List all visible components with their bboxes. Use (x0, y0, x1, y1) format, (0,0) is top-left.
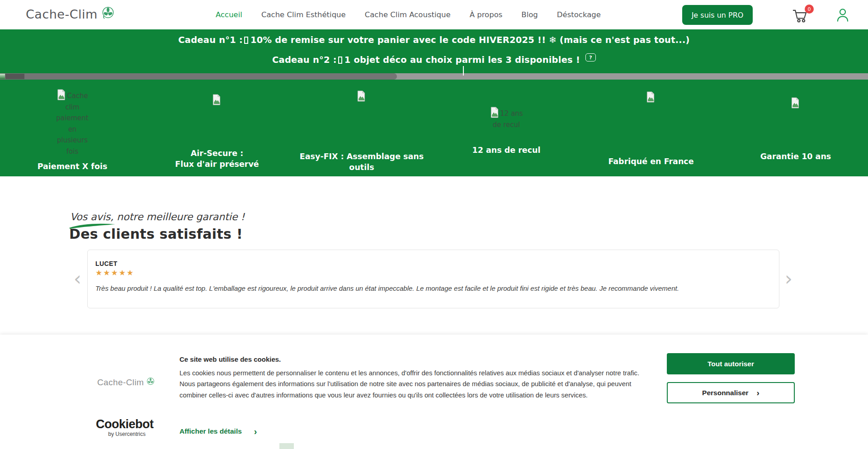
text-cursor (463, 66, 464, 76)
promo-line-1: Cadeau n°1 :10% de remise sur votre pani… (0, 35, 868, 45)
cookiebot-logo: Cookiebot by Usercentrics (96, 418, 146, 437)
promo-line-1-after: 10% de remise sur votre panier avec le c… (250, 35, 690, 45)
reviews-heading: Des clients satisfaits ! (69, 226, 243, 242)
scrollbar-mini-thumbnail (0, 74, 5, 79)
site-header: Cache-Clim Accueil Cache Clim Esthétique… (0, 0, 868, 29)
feature-paiement: Cache clim paiement en plusieurs fois Pa… (0, 79, 145, 176)
cookie-brand-logo-text: Cache-Clim (97, 378, 144, 388)
missing-glyph-box (244, 37, 248, 44)
broken-image-icon (490, 107, 499, 118)
broken-image-icon (646, 91, 656, 103)
nav-item-accueil[interactable]: Accueil (216, 10, 242, 19)
review-card: LUCET ★★★★★ Très beau produit ! La quali… (87, 250, 779, 308)
feature-easy-fix: Easy-FIX : Assemblage sans outils (289, 79, 434, 176)
promo-line-2: Cadeau n°2 :1 objet déco au choix parmi … (0, 53, 868, 65)
cart-icon (792, 16, 807, 25)
chevron-right-icon: › (254, 427, 257, 436)
allow-all-button[interactable]: Tout autoriser (667, 353, 795, 374)
broken-image-icon (212, 94, 222, 105)
feature-caption: Easy-FIX : Assemblage sans outils (289, 151, 434, 173)
star-rating: ★★★★★ (95, 268, 134, 277)
personalize-button[interactable]: Personnaliser › (667, 382, 795, 403)
feature-image-placeholder (646, 91, 656, 104)
fan-icon (100, 5, 116, 23)
cookie-title: Ce site web utilise des cookies. (179, 355, 281, 363)
personalize-label: Personnaliser (702, 389, 749, 397)
fan-icon (146, 377, 156, 388)
nav-item-acoustique[interactable]: Cache Clim Acoustique (365, 10, 451, 19)
feature-garantie: Garantie 10 ans (723, 79, 868, 176)
main-nav: Accueil Cache Clim Esthétique Cache Clim… (216, 0, 601, 29)
feature-image-placeholder (791, 97, 801, 110)
feature-caption: Garantie 10 ans (723, 151, 868, 162)
logo-text: Cache-Clim (26, 7, 98, 21)
feature-image-placeholder (357, 90, 367, 103)
feature-image-placeholder (212, 94, 222, 107)
pro-button[interactable]: Je suis un PRO (682, 5, 753, 25)
cart-count-badge: 0 (805, 5, 814, 14)
show-details-link[interactable]: Afficher les détails › (179, 427, 257, 436)
nav-item-blog[interactable]: Blog (521, 10, 538, 19)
feature-image-placeholder: Cache clim paiement en plusieurs fois (55, 89, 90, 157)
carousel-prev-button[interactable]: ‹ (74, 269, 81, 288)
broken-image-icon (357, 90, 366, 102)
feature-caption: 12 ans de recul (434, 145, 579, 156)
show-details-label: Afficher les détails (179, 427, 242, 435)
horizontal-scrollbar[interactable] (0, 73, 868, 80)
feature-fabrique-en-france: Fabriqué en France (579, 79, 723, 176)
carousel-next-button[interactable]: › (785, 269, 793, 288)
promo-line-2-after: 1 objet déco au choix parmi les 3 dispon… (344, 55, 580, 65)
feature-air-secure: Air-Secure : Flux d'air préservé (145, 79, 289, 176)
feature-badges-row: Cache clim paiement en plusieurs fois Pa… (0, 79, 868, 176)
chevron-right-icon: › (757, 388, 760, 397)
image-alt-text: Cache clim paiement en plusieurs fois (56, 92, 88, 156)
review-author: LUCET (95, 260, 118, 267)
scrollbar-thumb[interactable] (0, 73, 397, 80)
feature-caption: Fabriqué en France (579, 156, 723, 167)
promo-line-2-before: Cadeau n°2 : (272, 55, 337, 65)
feature-caption: Air-Secure : Flux d'air préservé (145, 148, 289, 170)
cookie-consent-banner: Cache-Clim Cookiebot by Usercentrics Ce … (0, 335, 868, 449)
promo-line-1-before: Cadeau n°1 : (178, 35, 243, 45)
cookiebot-by-text: by Usercentrics (96, 431, 146, 437)
nav-item-a-propos[interactable]: À propos (470, 10, 503, 19)
scrollbar-mini-block (5, 74, 24, 79)
feature-caption: Paiement X fois (0, 161, 145, 172)
broken-image-icon (791, 97, 800, 109)
user-icon (835, 16, 850, 24)
nav-item-esthetique[interactable]: Cache Clim Esthétique (261, 10, 346, 19)
missing-glyph-box (338, 57, 342, 64)
feature-image-placeholder: 12 ans de recul (485, 107, 528, 130)
feature-12-ans: 12 ans de recul 12 ans de recul (434, 79, 579, 176)
review-text: Très beau produit ! La qualité est top. … (95, 284, 679, 292)
help-icon[interactable]: ? (585, 53, 596, 61)
cart-button[interactable]: 0 (792, 8, 813, 24)
cookie-brand-logo: Cache-Clim (97, 377, 156, 388)
account-button[interactable] (835, 7, 850, 23)
nav-item-destockage[interactable]: Déstockage (557, 10, 601, 19)
site-logo[interactable]: Cache-Clim (26, 5, 116, 23)
reviews-tagline: Vos avis, notre meilleure garantie ! (70, 211, 245, 222)
broken-image-icon (57, 89, 66, 100)
bottom-page-fragment (279, 443, 294, 449)
cookiebot-logo-text: Cookiebot (96, 417, 154, 431)
cookie-description: Les cookies nous permettent de personnal… (179, 368, 651, 401)
